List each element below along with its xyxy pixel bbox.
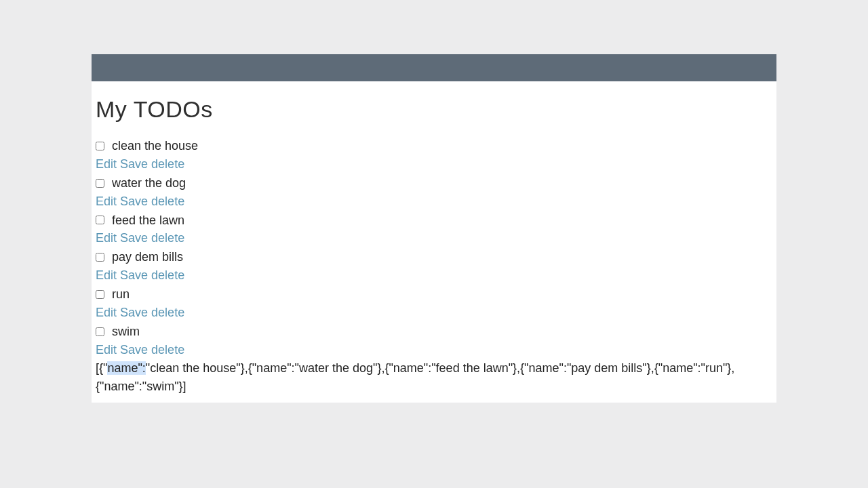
save-link[interactable]: Save: [120, 343, 148, 357]
edit-link[interactable]: Edit: [96, 231, 117, 245]
header-bar: [92, 54, 776, 81]
json-highlight: name":: [107, 361, 145, 375]
delete-link[interactable]: delete: [151, 306, 184, 319]
todo-actions: Edit Save delete: [96, 155, 776, 174]
json-prefix: [{": [96, 361, 107, 375]
todo-actions: Edit Save delete: [96, 266, 776, 285]
app-container: My TODOs clean the house Edit Save delet…: [92, 54, 776, 403]
todo-actions: Edit Save delete: [96, 229, 776, 247]
delete-link[interactable]: delete: [151, 157, 184, 171]
todo-label: swim: [112, 325, 140, 338]
todo-item: clean the house: [96, 136, 776, 155]
todo-item: swim: [96, 322, 776, 341]
todo-label: feed the lawn: [112, 213, 184, 226]
todo-label: run: [112, 287, 130, 301]
todo-checkbox[interactable]: [96, 179, 104, 188]
todo-actions: Edit Save delete: [96, 192, 776, 211]
content-area: My TODOs clean the house Edit Save delet…: [92, 81, 776, 403]
todo-checkbox[interactable]: [96, 216, 104, 224]
save-link[interactable]: Save: [120, 157, 148, 171]
edit-link[interactable]: Edit: [96, 343, 117, 357]
todo-item: water the dog: [96, 174, 776, 192]
todo-label: water the dog: [112, 176, 186, 190]
todo-checkbox[interactable]: [96, 327, 104, 336]
todo-item: feed the lawn: [96, 211, 776, 230]
save-link[interactable]: Save: [120, 306, 148, 319]
delete-link[interactable]: delete: [151, 268, 184, 282]
page-title: My TODOs: [92, 96, 776, 123]
todo-actions: Edit Save delete: [96, 341, 776, 359]
json-dump: [{"name":"clean the house"},{"name":"wat…: [92, 359, 776, 399]
todo-item: pay dem bills: [96, 247, 776, 266]
todo-item: run: [96, 285, 776, 304]
json-rest: "clean the house"},{"name":"water the do…: [96, 361, 734, 393]
todo-checkbox[interactable]: [96, 253, 104, 262]
todo-label: pay dem bills: [112, 250, 183, 264]
delete-link[interactable]: delete: [151, 195, 184, 208]
edit-link[interactable]: Edit: [96, 306, 117, 319]
save-link[interactable]: Save: [120, 268, 148, 282]
edit-link[interactable]: Edit: [96, 157, 117, 171]
save-link[interactable]: Save: [120, 231, 148, 245]
delete-link[interactable]: delete: [151, 231, 184, 245]
todo-actions: Edit Save delete: [96, 304, 776, 322]
todo-checkbox[interactable]: [96, 142, 104, 150]
todo-label: clean the house: [112, 139, 198, 152]
delete-link[interactable]: delete: [151, 343, 184, 357]
save-link[interactable]: Save: [120, 195, 148, 208]
todo-list: clean the house Edit Save delete water t…: [92, 136, 776, 359]
todo-checkbox[interactable]: [96, 290, 104, 299]
edit-link[interactable]: Edit: [96, 195, 117, 208]
edit-link[interactable]: Edit: [96, 268, 117, 282]
